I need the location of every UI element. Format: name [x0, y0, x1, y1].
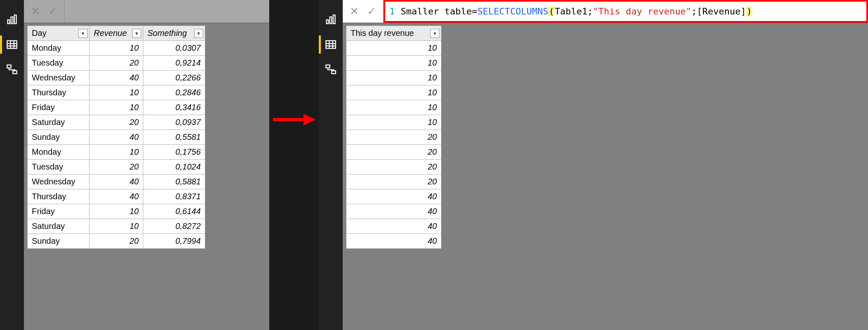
cell-revenue[interactable]: 20	[90, 115, 143, 130]
cell-this-day-revenue[interactable]: 10	[346, 100, 441, 115]
nav-model-view[interactable]	[0, 57, 24, 82]
cell-something[interactable]: 0,2846	[143, 85, 205, 100]
cell-day[interactable]: Sunday	[28, 130, 90, 145]
cell-revenue[interactable]: 10	[90, 145, 143, 160]
table-row[interactable]: Monday100,1756	[28, 145, 205, 160]
cell-this-day-revenue[interactable]: 40	[346, 219, 441, 234]
cell-day[interactable]: Wednesday	[28, 174, 90, 189]
nav-model-view[interactable]	[319, 57, 343, 82]
cell-this-day-revenue[interactable]: 20	[346, 174, 441, 189]
nav-data-view[interactable]	[319, 32, 343, 57]
table-row[interactable]: Friday100,6144	[28, 204, 205, 219]
cell-something[interactable]: 0,1756	[143, 145, 205, 160]
col-header-day[interactable]: Day ▼	[28, 26, 90, 41]
table-row[interactable]: 10	[346, 41, 441, 56]
cell-day[interactable]: Sunday	[28, 234, 90, 249]
nav-data-view[interactable]	[0, 32, 24, 57]
table-row[interactable]: 40	[346, 204, 441, 219]
table-row[interactable]: Sunday400,5581	[28, 130, 205, 145]
formula-input-left[interactable]	[65, 0, 269, 23]
cell-this-day-revenue[interactable]: 40	[346, 234, 441, 249]
col-header-this-day-revenue[interactable]: This day revenue ▼	[346, 26, 441, 41]
commit-button[interactable]: ✓	[45, 4, 60, 19]
table-row[interactable]: Thursday100,2846	[28, 85, 205, 100]
cell-revenue[interactable]: 40	[90, 174, 143, 189]
cell-day[interactable]: Saturday	[28, 115, 90, 130]
filter-dropdown[interactable]: ▼	[194, 29, 203, 38]
cell-something[interactable]: 0,1024	[143, 160, 205, 174]
cell-day[interactable]: Monday	[28, 41, 90, 56]
cell-day[interactable]: Friday	[28, 100, 90, 115]
table-row[interactable]: Thursday400,8371	[28, 189, 205, 204]
cell-day[interactable]: Tuesday	[28, 56, 90, 71]
cell-something[interactable]: 0,0307	[143, 41, 205, 56]
table-row[interactable]: Friday100,3416	[28, 100, 205, 115]
cell-something[interactable]: 0,5581	[143, 130, 205, 145]
cell-day[interactable]: Saturday	[28, 219, 90, 234]
cell-revenue[interactable]: 20	[90, 160, 143, 174]
table-row[interactable]: 10	[346, 100, 441, 115]
cell-day[interactable]: Monday	[28, 145, 90, 160]
table-row[interactable]: 40	[346, 189, 441, 204]
table-row[interactable]: 20	[346, 130, 441, 145]
table-row[interactable]: 10	[346, 85, 441, 100]
filter-dropdown[interactable]: ▼	[132, 29, 141, 38]
table-row[interactable]: Wednesday400,2266	[28, 71, 205, 85]
cell-this-day-revenue[interactable]: 10	[346, 56, 441, 71]
table-row[interactable]: Tuesday200,1024	[28, 160, 205, 174]
cell-revenue[interactable]: 10	[90, 204, 143, 219]
cell-revenue[interactable]: 10	[90, 100, 143, 115]
cell-something[interactable]: 0,6144	[143, 204, 205, 219]
filter-dropdown[interactable]: ▼	[430, 29, 439, 38]
nav-report-view[interactable]	[319, 7, 343, 32]
nav-report-view[interactable]	[0, 7, 24, 32]
cell-this-day-revenue[interactable]: 10	[346, 41, 441, 56]
cell-revenue[interactable]: 10	[90, 41, 143, 56]
cell-revenue[interactable]: 40	[90, 71, 143, 85]
col-header-something[interactable]: Something ▼	[143, 26, 205, 41]
cell-this-day-revenue[interactable]: 20	[346, 145, 441, 160]
table-row[interactable]: 10	[346, 71, 441, 85]
cell-revenue[interactable]: 10	[90, 219, 143, 234]
table-row[interactable]: 10	[346, 115, 441, 130]
table-row[interactable]: 10	[346, 56, 441, 71]
cancel-button[interactable]: ✕	[28, 4, 43, 19]
table-row[interactable]: 40	[346, 219, 441, 234]
formula-input-right[interactable]: 1 Smaller table = SELECTCOLUMNS ( Table1…	[384, 0, 868, 23]
cell-something[interactable]: 0,8371	[143, 189, 205, 204]
table-row[interactable]: Saturday200,0937	[28, 115, 205, 130]
table-row[interactable]: Wednesday400,5881	[28, 174, 205, 189]
cell-something[interactable]: 0,2266	[143, 71, 205, 85]
col-header-revenue[interactable]: Revenue ▼	[90, 26, 143, 41]
cell-this-day-revenue[interactable]: 20	[346, 130, 441, 145]
cell-this-day-revenue[interactable]: 40	[346, 189, 441, 204]
filter-dropdown[interactable]: ▼	[78, 29, 88, 38]
cell-something[interactable]: 0,0937	[143, 115, 205, 130]
cell-revenue[interactable]: 20	[90, 234, 143, 249]
cell-this-day-revenue[interactable]: 40	[346, 204, 441, 219]
cell-this-day-revenue[interactable]: 10	[346, 71, 441, 85]
cell-day[interactable]: Friday	[28, 204, 90, 219]
table-row[interactable]: 20	[346, 160, 441, 174]
cell-something[interactable]: 0,9214	[143, 56, 205, 71]
commit-button[interactable]: ✓	[364, 4, 379, 19]
table-row[interactable]: Tuesday200,9214	[28, 56, 205, 71]
table-row[interactable]: 40	[346, 234, 441, 249]
cell-this-day-revenue[interactable]: 10	[346, 115, 441, 130]
cell-day[interactable]: Thursday	[28, 85, 90, 100]
table-row[interactable]: Saturday100,8272	[28, 219, 205, 234]
cancel-button[interactable]: ✕	[347, 4, 362, 19]
cell-something[interactable]: 0,8272	[143, 219, 205, 234]
cell-something[interactable]: 0,7994	[143, 234, 205, 249]
table-row[interactable]: 20	[346, 145, 441, 160]
table-row[interactable]: Sunday200,7994	[28, 234, 205, 249]
cell-revenue[interactable]: 20	[90, 56, 143, 71]
cell-this-day-revenue[interactable]: 20	[346, 160, 441, 174]
table-row[interactable]: Monday100,0307	[28, 41, 205, 56]
cell-day[interactable]: Tuesday	[28, 160, 90, 174]
cell-this-day-revenue[interactable]: 10	[346, 85, 441, 100]
cell-revenue[interactable]: 10	[90, 85, 143, 100]
table-row[interactable]: 20	[346, 174, 441, 189]
cell-day[interactable]: Wednesday	[28, 71, 90, 85]
cell-day[interactable]: Thursday	[28, 189, 90, 204]
